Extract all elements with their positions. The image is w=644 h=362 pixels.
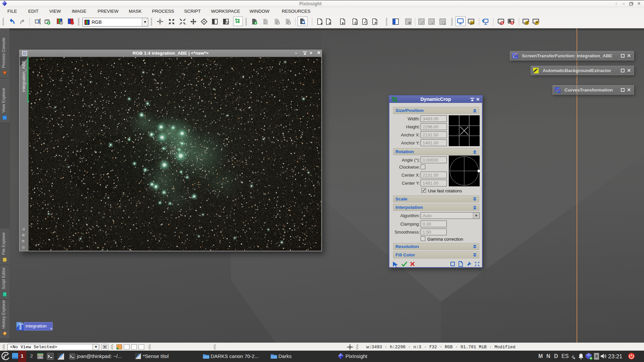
svg-text:XISF: XISF: [19, 323, 22, 330]
svg-text:24: 24: [471, 21, 474, 24]
